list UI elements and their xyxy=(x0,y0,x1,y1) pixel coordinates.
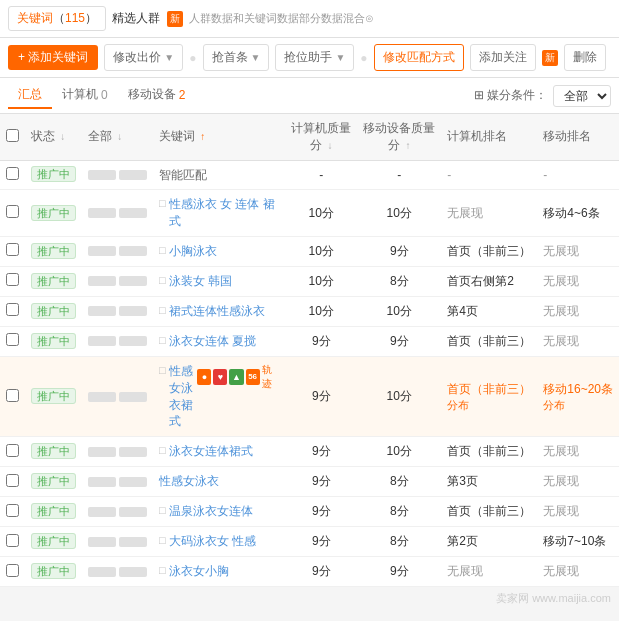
header-keyword[interactable]: 关键词 ↑ xyxy=(153,114,285,160)
keyword-text[interactable]: 智能匹配 xyxy=(159,167,207,184)
status-tag: 推广中 xyxy=(31,205,76,221)
grab-first-button[interactable]: 抢首条 ▼ xyxy=(203,44,270,71)
mobile-score-cell: 10分 xyxy=(357,437,441,467)
filter-select[interactable]: 全部 xyxy=(553,85,611,107)
keyword-text[interactable]: 泳装女 韩国 xyxy=(169,273,232,290)
mobile-score-cell: 10分 xyxy=(357,356,441,436)
tab-mobile-count: 2 xyxy=(179,88,186,102)
mobile-score-cell: 9分 xyxy=(357,557,441,587)
keyword-text[interactable]: 裙式连体性感泳衣 xyxy=(169,303,265,320)
mobile-score-cell: 8分 xyxy=(357,497,441,527)
computer-score-cell: 9分 xyxy=(285,467,357,497)
assist-button[interactable]: 抢位助手 ▼ xyxy=(275,44,354,71)
table-row: 推广中 □ 泳装女 韩国 10分8分首页右侧第2无展现 xyxy=(0,266,619,296)
all-sort-icon: ↓ xyxy=(117,131,122,142)
header-all[interactable]: 全部 ↓ xyxy=(82,114,153,160)
keyword-type-icon: □ xyxy=(159,504,166,516)
action-new-badge: 新 xyxy=(542,50,558,66)
keyword-text[interactable]: 大码泳衣女 性感 xyxy=(169,533,256,550)
divider1: ● xyxy=(189,51,196,65)
status-tag: 推广中 xyxy=(31,333,76,349)
computer-rank-text: - xyxy=(447,168,451,182)
row-checkbox-3[interactable] xyxy=(6,273,19,286)
mobile-rank-text: 无展现 xyxy=(543,504,579,518)
modify-match-button[interactable]: 修改匹配方式 xyxy=(374,44,464,71)
row-checkbox-6[interactable] xyxy=(6,389,19,402)
keyword-text[interactable]: 小胸泳衣 xyxy=(169,243,217,260)
table-row: 推广中 □ 泳衣女小胸 9分9分无展现无展现 xyxy=(0,557,619,587)
computer-score-cell: 10分 xyxy=(285,266,357,296)
row-checkbox-4[interactable] xyxy=(6,303,19,316)
tab-bar: 汇总 计算机 0 移动设备 2 ⊞ 媒分条件： 全部 xyxy=(0,78,619,114)
keyword-cell: □ 泳衣女连体 夏搅 xyxy=(159,333,279,350)
mobile-rank-cell: 移动16~20条分布 xyxy=(537,356,619,436)
keyword-text[interactable]: 泳衣女小胸 xyxy=(169,563,229,580)
row-checkbox-10[interactable] xyxy=(6,534,19,547)
header-computer-score[interactable]: 计算机质量分 ↓ xyxy=(285,114,357,160)
placeholder-block-1 xyxy=(88,246,116,256)
add-follow-button[interactable]: 添加关注 xyxy=(470,44,536,71)
keyword-text[interactable]: 性感泳衣 女 连体 裙式 xyxy=(169,196,280,230)
mobile-score-cell: 9分 xyxy=(357,236,441,266)
computer-rank-cell: 首页右侧第2 xyxy=(441,266,537,296)
placeholder-block-2 xyxy=(119,507,147,517)
computer-rank-text: 首页（非前三） xyxy=(447,334,531,348)
keyword-cell: □ 裙式连体性感泳衣 xyxy=(159,303,279,320)
placeholder-block-1 xyxy=(88,477,116,487)
row-checkbox-0[interactable] xyxy=(6,167,19,180)
table-row: 推广中 □ 泳衣女连体 夏搅 9分9分首页（非前三）无展现 xyxy=(0,326,619,356)
computer-rank-cell: 首页（非前三）分布 xyxy=(441,356,537,436)
keyword-cell: 性感女泳衣 xyxy=(159,473,279,490)
add-keyword-button[interactable]: + 添加关键词 xyxy=(8,45,98,70)
chevron-down-icon2: ▼ xyxy=(251,52,261,63)
selected-group-label: 精选人群 xyxy=(112,10,160,27)
keyword-text[interactable]: 性感女泳衣 xyxy=(159,473,219,490)
delete-button[interactable]: 删除 xyxy=(564,44,606,71)
row-checkbox-8[interactable] xyxy=(6,474,19,487)
mobile-rank-text: 无展现 xyxy=(543,564,579,578)
placeholder-blocks xyxy=(88,246,147,256)
mobile-rank-cell: 无展现 xyxy=(537,266,619,296)
row-checkbox-5[interactable] xyxy=(6,333,19,346)
56-icon: 56 xyxy=(246,369,260,385)
keyword-text[interactable]: 性感女泳衣裙式 xyxy=(169,363,195,430)
keyword-cell: □ 性感女泳衣裙式 ● ♥ ▲ 56 轨迹 xyxy=(159,363,279,430)
computer-rank-cell: 无展现 xyxy=(441,190,537,237)
placeholder-block-1 xyxy=(88,276,116,286)
placeholder-block-1 xyxy=(88,170,116,180)
placeholder-blocks xyxy=(88,567,147,577)
header-status[interactable]: 状态 ↓ xyxy=(25,114,82,160)
keyword-label: 关键词 xyxy=(17,11,53,25)
row-checkbox-1[interactable] xyxy=(6,205,19,218)
header-mobile-score[interactable]: 移动设备质量分 ↑ xyxy=(357,114,441,160)
computer-rank-cell: 首页（非前三） xyxy=(441,497,537,527)
placeholder-block-2 xyxy=(119,276,147,286)
row-checkbox-7[interactable] xyxy=(6,444,19,457)
computer-rank-cell: - xyxy=(441,160,537,190)
modify-price-button[interactable]: 修改出价 ▼ xyxy=(104,44,183,71)
keyword-text[interactable]: 泳衣女连体裙式 xyxy=(169,443,253,460)
keyword-table-container: 状态 ↓ 全部 ↓ 关键词 ↑ 计算机质量分 ↓ 移动设备质量分 ↑ xyxy=(0,114,619,587)
tab-summary[interactable]: 汇总 xyxy=(8,82,52,109)
status-tag: 推广中 xyxy=(31,243,76,259)
row-checkbox-2[interactable] xyxy=(6,243,19,256)
keyword-text[interactable]: 泳衣女连体 夏搅 xyxy=(169,333,256,350)
placeholder-block-1 xyxy=(88,306,116,316)
keyword-type-icon: □ xyxy=(159,364,166,376)
tab-mobile[interactable]: 移动设备 2 xyxy=(118,82,196,109)
mobile-rank-cell: 无展现 xyxy=(537,557,619,587)
select-all-checkbox[interactable] xyxy=(6,129,19,142)
placeholder-block-1 xyxy=(88,567,116,577)
keyword-text[interactable]: 温泉泳衣女连体 xyxy=(169,503,253,520)
keyword-type-icon: □ xyxy=(159,334,166,346)
chevron-down-icon3: ▼ xyxy=(335,52,345,63)
table-row: 推广中 □ 温泉泳衣女连体 9分8分首页（非前三）无展现 xyxy=(0,497,619,527)
tab-computer[interactable]: 计算机 0 xyxy=(52,82,118,109)
row-checkbox-11[interactable] xyxy=(6,564,19,577)
mobile-rank-text: 移动16~20条 xyxy=(543,382,613,396)
row-checkbox-9[interactable] xyxy=(6,504,19,517)
status-tag: 推广中 xyxy=(31,473,76,489)
computer-rank-text: 首页（非前三） xyxy=(447,444,531,458)
assist-label: 抢位助手 xyxy=(284,49,332,66)
mobile-rank-text: 无展现 xyxy=(543,334,579,348)
